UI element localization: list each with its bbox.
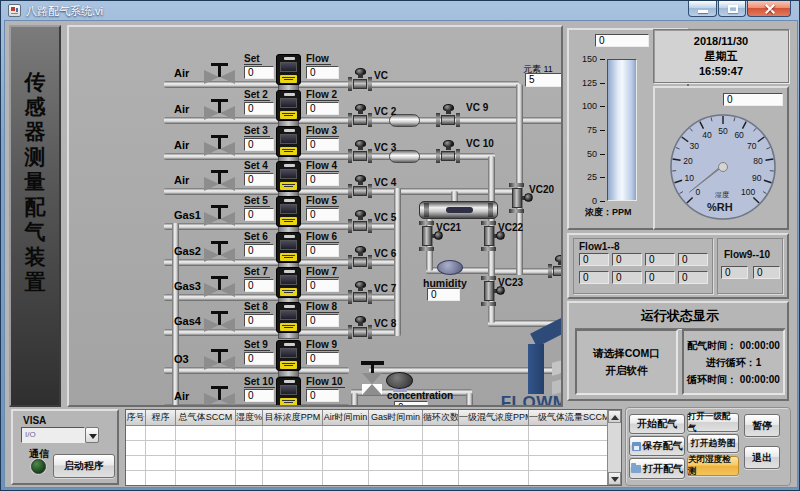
table-cell[interactable]: [126, 471, 146, 486]
set-input[interactable]: 0: [244, 389, 274, 402]
start-program-button[interactable]: 启动程序: [53, 454, 115, 478]
set-input[interactable]: 0: [244, 244, 274, 257]
table-row[interactable]: [126, 426, 621, 441]
table-cell[interactable]: [459, 441, 529, 456]
visa-resource-input[interactable]: I/O: [21, 427, 85, 443]
table-header-cell[interactable]: 序号: [126, 410, 146, 426]
table-cell[interactable]: [423, 471, 459, 486]
table-cell[interactable]: [146, 456, 176, 471]
scroll-up-button[interactable]: [608, 410, 621, 423]
table-cell[interactable]: [126, 456, 146, 471]
table-cell[interactable]: [146, 441, 176, 456]
table-cell[interactable]: [423, 456, 459, 471]
table-cell[interactable]: [423, 441, 459, 456]
vc-solenoid-valve[interactable]: [435, 104, 461, 127]
set-input[interactable]: 0: [244, 352, 274, 365]
exit-button[interactable]: 退出: [744, 446, 780, 469]
table-header-cell[interactable]: Air时间min: [323, 410, 369, 426]
table-cell[interactable]: [236, 441, 263, 456]
table-cell[interactable]: [529, 426, 609, 441]
table-cell[interactable]: [323, 471, 369, 486]
table-cell[interactable]: [126, 426, 146, 441]
table-row[interactable]: [126, 441, 621, 456]
table-cell[interactable]: [236, 456, 263, 471]
table-header-cell[interactable]: 总气体SCCM: [176, 410, 236, 426]
table-cell[interactable]: [176, 456, 236, 471]
vc-solenoid-valve[interactable]: [347, 246, 373, 269]
save-gas-button[interactable]: 保存配气: [629, 436, 685, 456]
table-cell[interactable]: [529, 456, 609, 471]
table-header-cell[interactable]: 一级混气浓度PPM: [459, 410, 529, 426]
set-input[interactable]: 0: [244, 173, 274, 186]
table-cell[interactable]: [146, 426, 176, 441]
open-primary-gas-button[interactable]: 打开一级配气: [687, 413, 739, 432]
table-header-cell[interactable]: 目标浓度PPM: [263, 410, 323, 426]
scroll-down-button[interactable]: [608, 472, 621, 485]
start-gas-button[interactable]: 开始配气: [629, 414, 685, 434]
table-cell[interactable]: [236, 471, 263, 486]
program-table[interactable]: 序号程序总气体SCCM湿度%目标浓度PPMAir时间minGas时间min循环次…: [125, 409, 622, 486]
vc-solenoid-valve[interactable]: [562, 104, 563, 127]
table-header-cell[interactable]: Gas时间min: [369, 410, 423, 426]
set-input[interactable]: 0: [244, 279, 274, 292]
table-cell[interactable]: [459, 456, 529, 471]
table-cell[interactable]: [323, 456, 369, 471]
table-cell[interactable]: [369, 456, 423, 471]
table-header-cell[interactable]: 程序: [146, 410, 176, 426]
table-cell[interactable]: [146, 471, 176, 486]
table-cell[interactable]: [529, 471, 609, 486]
table-cell[interactable]: [126, 441, 146, 456]
open-trend-button[interactable]: 打开趋势图: [687, 434, 739, 453]
open-gas-button[interactable]: 打开配气: [629, 458, 685, 479]
table-cell[interactable]: [263, 426, 323, 441]
vc-valve-label: VC 3: [374, 142, 396, 153]
vc-solenoid-valve[interactable]: [547, 255, 563, 278]
table-cell[interactable]: [236, 426, 263, 441]
vc-solenoid-valve[interactable]: [347, 104, 373, 127]
table-cell[interactable]: [369, 471, 423, 486]
tank-indicator: [607, 59, 637, 201]
pause-button[interactable]: 暂停: [744, 414, 780, 437]
set-input[interactable]: 0: [244, 66, 274, 79]
table-cell[interactable]: [176, 441, 236, 456]
vc-solenoid-valve[interactable]: [347, 140, 373, 163]
vc-valve-label: VC 5: [374, 212, 396, 223]
table-cell[interactable]: [459, 471, 529, 486]
table-cell[interactable]: [176, 426, 236, 441]
minimize-button[interactable]: [688, 1, 717, 17]
table-cell[interactable]: [369, 426, 423, 441]
table-cell[interactable]: [323, 441, 369, 456]
table-cell[interactable]: [529, 441, 609, 456]
close-button[interactable]: [747, 1, 791, 17]
vc-solenoid-valve[interactable]: [347, 316, 373, 339]
table-cell[interactable]: [459, 426, 529, 441]
table-header-cell[interactable]: 一级气体流量SCCM: [529, 410, 609, 426]
flow-readout: 0: [306, 314, 339, 327]
table-cell[interactable]: [369, 441, 423, 456]
set-input[interactable]: 0: [244, 314, 274, 327]
element11-input[interactable]: 5: [525, 73, 563, 87]
set-input[interactable]: 0: [244, 208, 274, 221]
vc-solenoid-valve[interactable]: [347, 281, 373, 304]
vc-solenoid-valve[interactable]: [347, 175, 373, 198]
table-header-cell[interactable]: 湿度%: [236, 410, 263, 426]
table-row[interactable]: [126, 471, 621, 486]
vc-solenoid-valve[interactable]: [347, 210, 373, 233]
table-scrollbar[interactable]: [607, 410, 621, 485]
set-input[interactable]: 0: [244, 138, 274, 151]
table-row[interactable]: [126, 456, 621, 471]
close-humidity-button[interactable]: 关闭湿度检测: [687, 456, 739, 476]
set-input[interactable]: 0: [244, 102, 274, 115]
vc-solenoid-valve[interactable]: [435, 140, 461, 163]
table-cell[interactable]: [263, 441, 323, 456]
table-cell[interactable]: [423, 426, 459, 441]
comm-led-indicator: [31, 459, 46, 474]
table-cell[interactable]: [176, 471, 236, 486]
table-cell[interactable]: [263, 456, 323, 471]
vc-solenoid-valve[interactable]: [347, 68, 373, 91]
visa-dropdown-button[interactable]: [85, 427, 99, 443]
table-cell[interactable]: [323, 426, 369, 441]
table-cell[interactable]: [263, 471, 323, 486]
maximize-button[interactable]: [718, 1, 746, 17]
table-header-cell[interactable]: 循环次数: [423, 410, 459, 426]
